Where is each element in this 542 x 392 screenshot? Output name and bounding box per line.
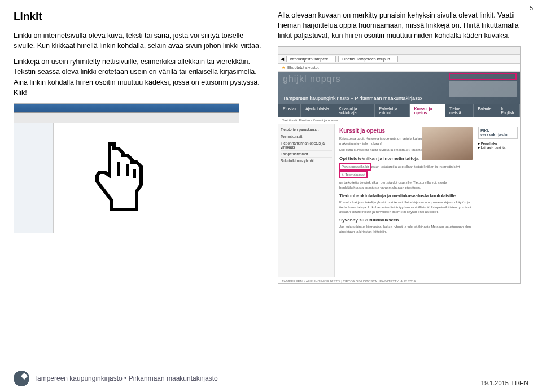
hand-cursor-icon <box>85 135 152 220</box>
tab-item: Tietoa meistä <box>445 104 474 117</box>
piki-link: ▸ Lainasi - uusinta <box>478 145 518 149</box>
browser-tab: Opetus Tampereen kaupun… <box>338 56 397 62</box>
article-text: Peruskursseilla kiraston tietotoreilla o… <box>339 163 471 179</box>
site-brand: Tampereen kaupunginkirjasto – Pirkanmaan… <box>283 95 422 101</box>
inline-text: aston tietotoreilla opetellaan tietotekn… <box>371 165 460 168</box>
page-body: Tietotorien peruskurssit Teemakurssit Ti… <box>278 124 520 277</box>
highlight-frame: Peruskursseilla kir <box>339 163 371 171</box>
article-main: Kurssit ja opetus Kirjastossa oppii. Kur… <box>335 124 476 277</box>
article-text: on tarkoitettu tietotekniikan perustaido… <box>339 180 471 190</box>
article-text: Jos sukututkimus kiinnostaa, kokoa ryhmä… <box>339 224 471 234</box>
tab-item-active: Kurssit ja opetus <box>410 104 445 117</box>
piki-link: ▸ Perushaku <box>478 141 518 145</box>
right-column: Alla olevaan kuvaan on merkitty punaisin… <box>278 10 528 284</box>
breadcrumb: Olet tässä: Etusivu › Kurssit ja opetus <box>278 117 520 124</box>
main-content: Linkit Linkki on internetsivulla oleva k… <box>0 0 542 284</box>
side-item: Esiopetusryhmät <box>281 151 332 158</box>
window-toolbar <box>14 113 239 123</box>
page-number: 5 <box>530 5 533 11</box>
paragraph: Alla olevaan kuvaan on merkitty punaisin… <box>278 10 528 41</box>
paragraph: Linkki on internetsivulla oleva kuva, te… <box>14 31 264 51</box>
aside-column: PIKI-verkkokirjasto ▸ Perushaku ▸ Lainas… <box>476 124 520 277</box>
browser-tab: http://kirjasto.tampere… <box>286 56 336 62</box>
tab-item: Ajankohtaista <box>301 104 334 117</box>
highlight-frame: ä. Teemakurssit <box>339 171 368 178</box>
article-subheading: Syvenny sukututkimukseen <box>339 217 471 223</box>
side-item: Tietotorien peruskurssit <box>281 127 332 133</box>
footer-logo: Tampereen kaupunginkirjasto • Pirkanmaan… <box>14 371 218 386</box>
site-footer: TAMPEREEN KAUPUNGINKIRJASTO | TIETOA SIV… <box>278 277 520 284</box>
window-sidebar <box>14 123 54 233</box>
suggested-label: Ehdotetut sivustot <box>287 66 319 69</box>
tab-item: Palaute <box>474 104 497 117</box>
highlight-frame <box>449 73 517 80</box>
page-heading: Linkit <box>14 10 264 23</box>
tab-item: Palvelut ja asiointi <box>375 104 410 117</box>
star-icon: ★ <box>282 66 285 70</box>
paragraph: Linkkejä on usein ryhmitelty nettisivuil… <box>14 56 264 98</box>
screenshot-left <box>14 103 239 233</box>
tab-item: Kirjastot ja aukioloajat <box>334 104 375 117</box>
nav-back-icon: ◀ <box>281 56 284 62</box>
logo-mark-icon <box>14 371 29 386</box>
document-date: 19.1.2015 TT/HN <box>481 380 528 386</box>
screenshot-right: ◀ http://kirjasto.tampere… Opetus Tamper… <box>278 46 521 284</box>
side-item: Sukututkimusryhmät <box>281 158 332 164</box>
article-text: Koululuokat ja opiskelijaryhmät ovat ter… <box>339 200 471 214</box>
favorites-bar: ★ Ehdotetut sivustot <box>278 64 520 72</box>
side-item: Tiedonhankinnan opetus ja vinkkaus <box>281 140 332 151</box>
tab-item: Etusivu <box>278 104 301 117</box>
address-bar: ◀ http://kirjasto.tampere… Opetus Tamper… <box>278 55 520 64</box>
left-column: Linkit Linkki on internetsivulla oleva k… <box>14 10 264 284</box>
nav-tabs: Etusivu Ajankohtaista Kirjastot ja aukio… <box>278 104 520 117</box>
article-subheading: Tiedonhankintataitoja ja mediakasvatusta… <box>339 193 471 198</box>
document-footer: Tampereen kaupunginkirjasto • Pirkanmaan… <box>14 371 528 386</box>
tab-item: In English <box>496 104 520 117</box>
window-chrome <box>278 47 520 55</box>
footer-brand-text: Tampereen kaupunginkirjasto • Pirkanmaan… <box>34 374 218 382</box>
site-banner: ghijkl nopqrs Tampereen kaupunginkirjast… <box>278 72 520 104</box>
window-titlebar <box>14 104 239 113</box>
banner-bg-letters: ghijkl nopqrs <box>283 74 341 84</box>
side-item: Teemakurssit <box>281 133 332 140</box>
search-box <box>449 81 517 97</box>
hero-photo <box>422 127 473 160</box>
side-nav: Tietotorien peruskurssit Teemakurssit Ti… <box>278 124 335 277</box>
piki-box: PIKI-verkkokirjasto <box>478 127 518 139</box>
